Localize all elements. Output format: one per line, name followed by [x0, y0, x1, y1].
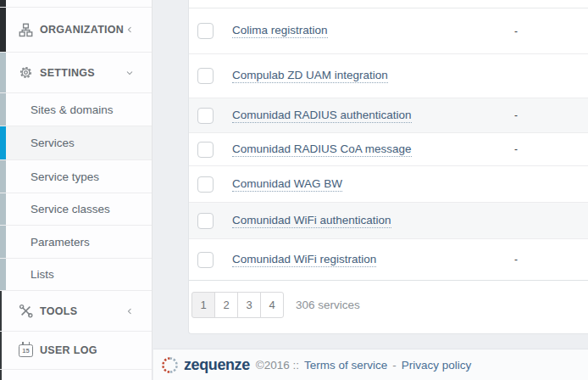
services-table-card: Colima registration - Compulab ZD UAM in… — [188, 0, 588, 334]
table-row: Comunidad WAG BW — [189, 166, 588, 203]
sidebar-item-label: Lists — [31, 268, 54, 281]
pagination-button-group: 1 2 3 4 — [191, 292, 284, 318]
sidebar: ORGANIZATION SETTINGS — [0, 0, 153, 380]
service-link[interactable]: Comunidad RADIUS authentication — [232, 109, 412, 123]
sidebar-item-parameters[interactable]: Parameters — [0, 226, 152, 259]
sidebar-section-label: SETTINGS — [40, 67, 95, 79]
page-footer: zequenze ©2016 :: Terms of service - Pri… — [153, 349, 588, 380]
terms-of-service-link[interactable]: Terms of service — [304, 359, 387, 372]
row-checkbox[interactable] — [197, 252, 214, 268]
table-header-partial — [189, 0, 588, 8]
sidebar-item-sites-domains[interactable]: Sites & domains — [0, 93, 152, 126]
sidebar-item-label: Services — [31, 137, 75, 149]
pagination: 1 2 3 4 306 services — [189, 281, 588, 333]
sidebar-section-label: TOOLS — [40, 305, 77, 317]
panel-edge — [0, 332, 2, 369]
service-link[interactable]: Colima registration — [232, 24, 328, 38]
page-button-2[interactable]: 2 — [214, 292, 238, 318]
page-button-4[interactable]: 4 — [260, 292, 284, 318]
row-extra-value: - — [514, 25, 518, 37]
services-count-label: 306 services — [296, 299, 360, 311]
sidebar-item-lists[interactable]: Lists — [0, 259, 152, 291]
row-extra-value: - — [514, 109, 518, 121]
table-row: Comunidad WiFi registration - — [189, 239, 588, 281]
table-row: Comunidad WiFi authentication — [189, 203, 588, 239]
gear-icon — [19, 65, 33, 80]
privacy-policy-link[interactable]: Privacy policy — [402, 359, 472, 372]
sidebar-item-label: Sites & domains — [31, 103, 114, 116]
tools-icon — [19, 304, 33, 318]
table-row: Compulab ZD UAM integration — [189, 54, 588, 98]
calendar-icon: 15 — [19, 344, 33, 358]
brand-name: zequenze — [184, 356, 250, 374]
sidebar-section-tools[interactable]: TOOLS — [0, 291, 152, 332]
table-row: Comunidad RADIUS authentication - — [189, 98, 588, 133]
row-extra-value: - — [514, 254, 518, 265]
sidebar-item-label: Service types — [31, 170, 99, 183]
collapsed-panel-strip — [0, 0, 6, 7]
service-link[interactable]: Compulab ZD UAM integration — [232, 69, 388, 83]
service-link[interactable]: Comunidad RADIUS CoA message — [232, 142, 412, 157]
row-checkbox[interactable] — [197, 213, 214, 229]
row-checkbox[interactable] — [197, 23, 214, 39]
menu-strip — [0, 53, 6, 92]
copyright-text: ©2016 :: — [256, 359, 299, 372]
app-window: ORGANIZATION SETTINGS — [0, 0, 588, 380]
page-button-1[interactable]: 1 — [191, 292, 215, 318]
menu-strip — [0, 193, 6, 225]
sidebar-item-service-classes[interactable]: Service classes — [0, 193, 152, 226]
chevron-left-icon — [125, 306, 135, 316]
table-row: Comunidad RADIUS CoA message - — [189, 133, 588, 166]
service-link[interactable]: Comunidad WiFi registration — [232, 253, 376, 267]
panel-edge — [0, 291, 2, 331]
page-button-3[interactable]: 3 — [237, 292, 261, 318]
menu-strip — [0, 259, 6, 290]
sidebar-section-label: ORGANIZATION — [40, 24, 124, 36]
row-checkbox[interactable] — [197, 68, 214, 84]
zequenze-logo-icon — [161, 356, 179, 374]
active-menu-strip — [0, 126, 6, 159]
service-link[interactable]: Comunidad WAG BW — [232, 177, 342, 192]
sidebar-item-label: Service classes — [31, 203, 110, 215]
table-row: Colima registration - — [189, 8, 588, 54]
footer-link-separator: - — [392, 359, 397, 372]
sitemap-icon — [19, 23, 33, 37]
menu-strip — [0, 226, 6, 258]
chevron-left-icon — [125, 25, 135, 35]
service-link[interactable]: Comunidad WiFi authentication — [232, 214, 391, 228]
sidebar-section-label: USER LOG — [40, 344, 97, 356]
panel-edge — [0, 370, 2, 380]
sidebar-section-settings[interactable]: SETTINGS — [0, 53, 152, 93]
sidebar-section-user-log[interactable]: 15 USER LOG — [0, 332, 152, 370]
sidebar-item-label: Parameters — [31, 236, 90, 249]
row-checkbox[interactable] — [197, 142, 214, 158]
chevron-down-icon — [125, 68, 135, 78]
row-extra-value: - — [514, 143, 518, 155]
collapsed-panel-strip — [0, 8, 6, 52]
calendar-day-number: 15 — [22, 347, 29, 355]
sidebar-item-services-active[interactable]: Services — [0, 126, 152, 160]
sidebar-item-partial-top — [0, 0, 152, 8]
sidebar-item-partial-bottom — [0, 370, 152, 380]
sidebar-section-organization[interactable]: ORGANIZATION — [0, 8, 152, 53]
row-checkbox[interactable] — [197, 108, 214, 124]
menu-strip — [0, 160, 6, 193]
sidebar-item-service-types[interactable]: Service types — [0, 160, 152, 193]
row-checkbox[interactable] — [197, 176, 214, 193]
menu-strip — [0, 93, 6, 126]
